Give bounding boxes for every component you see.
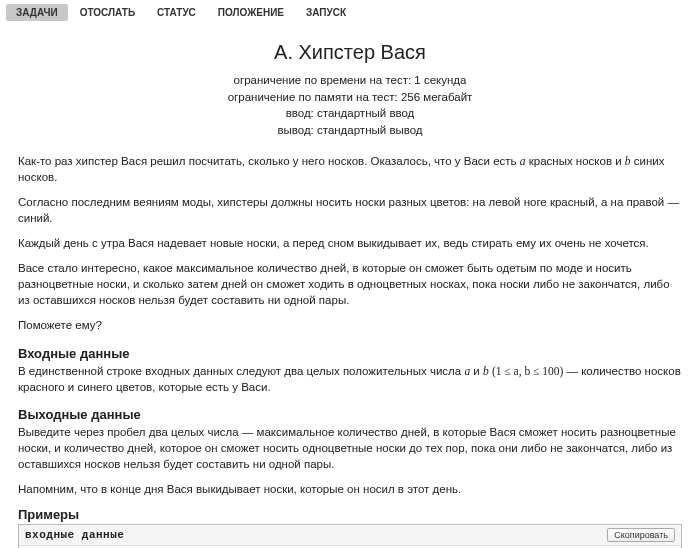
sample-input-label: входные данные [25, 529, 124, 541]
statement-p4: Васе стало интересно, какое максимальное… [18, 260, 682, 308]
input-heading: Входные данные [18, 346, 682, 361]
tab-status[interactable]: СТАТУС [147, 4, 206, 21]
statement-p1: Как-то раз хипстер Вася решил посчитать,… [18, 153, 682, 185]
problem-meta: ограничение по времени на тест: 1 секунд… [18, 72, 682, 139]
input-description: В единственной строке входных данных сле… [18, 363, 682, 395]
statement-p3: Каждый день с утра Вася надевает новые н… [18, 235, 682, 251]
problem-content: A. Хипстер Вася ограничение по времени н… [0, 21, 700, 548]
output-heading: Выходные данные [18, 407, 682, 422]
statement-p5: Поможете ему? [18, 317, 682, 333]
time-limit: ограничение по времени на тест: 1 секунд… [18, 72, 682, 89]
tab-bar: ЗАДАЧИ ОТОСЛАТЬ СТАТУС ПОЛОЖЕНИЕ ЗАПУСК [0, 0, 700, 21]
examples-box: входные данные Скопировать 3 1 выходные … [18, 524, 682, 548]
statement-p2: Согласно последним веяниям моды, хипстер… [18, 194, 682, 226]
sample-input-header: входные данные Скопировать [19, 525, 681, 546]
problem-title: A. Хипстер Вася [18, 41, 682, 64]
tab-tasks[interactable]: ЗАДАЧИ [6, 4, 68, 21]
tab-submit[interactable]: ОТОСЛАТЬ [70, 4, 145, 21]
tab-run[interactable]: ЗАПУСК [296, 4, 356, 21]
copy-input-button[interactable]: Скопировать [607, 528, 675, 542]
input-spec: ввод: стандартный ввод [18, 105, 682, 122]
tab-standings[interactable]: ПОЛОЖЕНИЕ [208, 4, 294, 21]
output-spec: вывод: стандартный вывод [18, 122, 682, 139]
examples-heading: Примеры [18, 507, 682, 522]
output-description-1: Выведите через пробел два целых числа — … [18, 424, 682, 472]
memory-limit: ограничение по памяти на тест: 256 мегаб… [18, 89, 682, 106]
output-description-2: Напомним, что в конце дня Вася выкидывае… [18, 481, 682, 497]
